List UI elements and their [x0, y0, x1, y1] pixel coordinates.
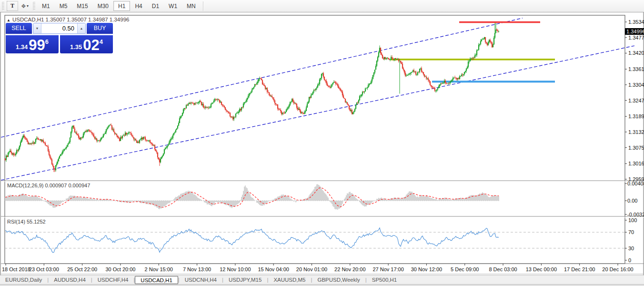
timeframe-button-d1[interactable]: D1 — [147, 1, 164, 11]
rsi-axis-label[interactable]: 0 — [628, 257, 631, 263]
timeframe-button-mn[interactable]: MN — [182, 1, 201, 11]
timeframe-button-m5[interactable]: M5 — [55, 1, 72, 11]
chevron-down-icon: ▾ — [27, 4, 29, 8]
rsi-label: RSI(14) 55.1252 — [7, 219, 46, 225]
toolbar-separator — [203, 1, 203, 11]
chart-tab-usdchf-h4[interactable]: USDCHF,H4 — [92, 276, 134, 284]
macd-axis-label[interactable]: 0.004083 — [627, 181, 644, 186]
price-axis-label[interactable]: 1.30165 — [628, 161, 644, 166]
toolbar-grip[interactable] — [33, 2, 35, 10]
buy-button[interactable]: BUY — [87, 23, 113, 34]
timeframe-button-m30[interactable]: M30 — [93, 1, 113, 11]
chart-tab-gbpusd-weekly[interactable]: GBPUSD,Weekly — [312, 276, 365, 284]
time-axis-label[interactable]: 22 Nov 20:00 — [334, 266, 365, 272]
rsi-axis-label[interactable]: 100 — [628, 217, 637, 223]
timeframe-button-w1[interactable]: W1 — [164, 1, 182, 11]
price-axis-label[interactable]: 1.33615 — [628, 66, 644, 72]
timeframe-button-m1[interactable]: M1 — [37, 1, 55, 11]
time-axis-label[interactable]: 12 Nov 10:00 — [220, 266, 251, 272]
chart-canvas[interactable] — [1, 12, 644, 286]
rsi-axis-label[interactable]: 70 — [628, 229, 634, 235]
timeframe-button-h1[interactable]: H1 — [113, 1, 130, 11]
timeframe-button-group: M1M5M15M30H1H4D1W1MN — [37, 1, 201, 11]
price-axis-label[interactable]: 1.30750 — [628, 145, 644, 151]
time-axis-label[interactable]: 30 Oct 20:00 — [105, 266, 135, 272]
up-triangle-icon: ▲ — [7, 18, 10, 22]
sell-button[interactable]: SELL — [6, 23, 32, 34]
time-axis-label[interactable]: 17 Dec 21:00 — [564, 266, 595, 272]
price-axis-label[interactable]: 1.33045 — [628, 82, 644, 88]
chart-window[interactable]: ▲USDCAD,H1 1.35007 1.35007 1.34987 1.349… — [0, 12, 644, 286]
chart-tab-sp500-h1[interactable]: SP500,H1 — [367, 276, 402, 284]
time-axis-label[interactable]: 25 Oct 22:00 — [67, 266, 97, 272]
macd-axis-label[interactable]: -0.003262 — [627, 212, 644, 217]
rsi-line — [5, 228, 499, 253]
timeframe-button-m15[interactable]: M15 — [72, 1, 92, 11]
price-axis-label[interactable]: 1.32475 — [628, 98, 644, 103]
volume-input[interactable]: 0.50 — [41, 23, 77, 33]
trend-channel-lower-line[interactable] — [1, 46, 634, 180]
macd-axis-label[interactable]: 0.00 — [627, 198, 637, 204]
rsi-axis-label[interactable]: 30 — [628, 245, 634, 251]
chart-tab-audusd-h4[interactable]: AUDUSD,H4 — [49, 276, 91, 284]
volume-decrease-button[interactable]: ▼ — [33, 23, 41, 33]
ask-price-display[interactable]: 1.35 02 4 — [60, 34, 113, 53]
chart-tab-usdcnh-h4[interactable]: USDCNH,H4 — [180, 276, 222, 284]
time-axis-label[interactable]: 13 Dec 00:00 — [526, 266, 557, 272]
volume-increase-button[interactable]: ▲ — [77, 23, 85, 33]
price-axis-label[interactable]: 1.34200 — [628, 50, 644, 56]
arrow-tools-button[interactable]: ❖ ▾ — [19, 1, 30, 11]
time-axis-label[interactable]: 30 Nov 12:00 — [411, 266, 442, 272]
chart-tab-usdcad-h1[interactable]: USDCAD,H1 — [135, 276, 178, 284]
price-axis-label[interactable]: 1.31890 — [628, 113, 644, 119]
time-axis-label[interactable]: 2 Nov 15:00 — [145, 266, 173, 272]
mt4-terminal: { "toolbar": { "text_tool_label": "T", "… — [0, 0, 644, 286]
time-axis-label[interactable]: 7 Nov 13:00 — [183, 266, 211, 272]
chart-tab-usdjpy-m15[interactable]: USDJPY,M15 — [223, 276, 267, 284]
time-axis-label[interactable]: 20 Dec 16:00 — [602, 266, 633, 272]
time-axis-label[interactable]: 15 Nov 04:00 — [258, 266, 289, 272]
ohlc-header: ▲USDCAD,H1 1.35007 1.35007 1.34987 1.349… — [7, 17, 129, 22]
time-axis-label[interactable]: 18 Oct 2018 — [2, 266, 30, 272]
chart-tab-eurusd-daily[interactable]: EURUSD,Daily — [0, 276, 47, 284]
timeframe-button-h4[interactable]: H4 — [130, 1, 147, 11]
one-click-trading-panel: SELL ▼ 0.50 ▲ BUY 1.34 99 6 1.35 02 4 — [6, 23, 113, 53]
chart-tab-xauusd-m5[interactable]: XAUUSD,M5 — [268, 276, 311, 284]
price-axis-label[interactable]: 1.31320 — [628, 129, 644, 135]
arrow-tools-icon: ❖ — [21, 3, 25, 10]
volume-stepper: ▼ 0.50 ▲ — [33, 23, 86, 34]
text-tool-button[interactable]: T — [7, 1, 18, 11]
time-axis-label[interactable]: 5 Dec 09:00 — [451, 266, 479, 272]
bid-price-display[interactable]: 1.34 99 6 — [6, 34, 59, 53]
time-axis-label[interactable]: 27 Nov 17:00 — [372, 266, 403, 272]
top-toolbar: T ❖ ▾ M1M5M15M30H1H4D1W1MN — [0, 0, 644, 12]
time-axis-label[interactable]: 23 Oct 03:00 — [29, 266, 59, 272]
time-axis-label[interactable]: 20 Nov 01:00 — [296, 266, 327, 272]
bottom-strip — [0, 284, 644, 286]
macd-label: MACD(12,26,9) 0.000907 0.000947 — [7, 183, 90, 188]
price-axis-label[interactable]: 1.35340 — [628, 19, 644, 25]
current-price-box: 1.34996 — [625, 28, 644, 35]
price-axis-label[interactable]: 1.34770 — [628, 35, 644, 41]
time-axis-label[interactable]: 8 Dec 03:00 — [489, 266, 517, 272]
chart-tab-bar: EURUSD,Daily|AUDUSD,H4|USDCHF,H4|USDCAD,… — [0, 275, 644, 284]
toolbar-grip[interactable] — [2, 2, 4, 10]
